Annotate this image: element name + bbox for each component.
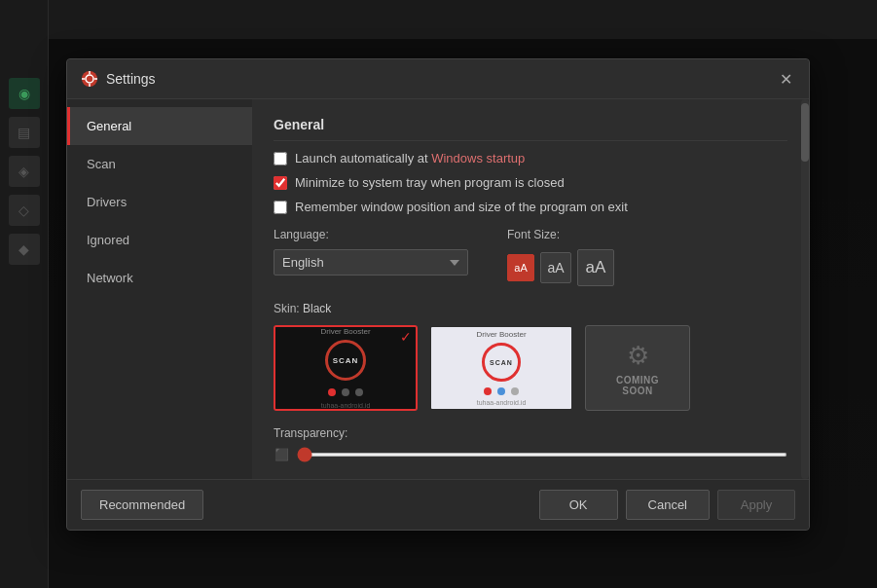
skin-dark-app-title: Driver Booster: [320, 327, 370, 336]
minimize-tray-label: Minimize to system tray when program is …: [295, 175, 565, 190]
checkbox-row-remember: Remember window position and size of the…: [274, 200, 787, 214]
app-sidebar-icon-home: ◉: [9, 78, 40, 109]
font-size-small-button[interactable]: aA: [507, 254, 534, 281]
font-size-label: Font Size:: [507, 228, 614, 241]
light-dot-gray: [511, 387, 519, 395]
modal-title: Settings: [106, 71, 776, 87]
skin-label: Skin: Black: [274, 302, 787, 315]
apply-button[interactable]: Apply: [717, 490, 795, 520]
skin-options: Driver Booster SCAN tuhaa-android.id ✓: [274, 325, 787, 411]
skin-light-scan-circle: SCAN: [482, 343, 521, 382]
dot-red: [328, 388, 336, 396]
transparency-slider-row: ⬛: [274, 448, 787, 461]
launch-auto-label: Launch automatically at Windows startup: [295, 151, 525, 165]
skin-dark-bottom-text: tuhaa-android.id: [321, 402, 371, 409]
skin-selected-checkmark: ✓: [400, 329, 412, 345]
app-sidebar-icon-5: ◆: [9, 234, 40, 265]
remember-position-checkbox[interactable]: [274, 201, 287, 214]
font-size-large-button[interactable]: aA: [577, 249, 614, 286]
settings-modal: Settings ✕ General Scan Drivers Ignored …: [66, 58, 810, 531]
footer-left: Recommended: [81, 490, 531, 520]
close-button[interactable]: ✕: [776, 69, 795, 89]
settings-content: General Launch automatically at Windows …: [252, 99, 809, 479]
language-select[interactable]: English French German Spanish Chinese: [274, 249, 468, 276]
scrollbar-thumb: [801, 103, 809, 162]
coming-soon-icon: ⚙: [627, 341, 649, 371]
app-sidebar-icon-4: ◇: [9, 195, 40, 226]
footer-right: OK Cancel Apply: [539, 490, 795, 520]
sidebar-item-general[interactable]: General: [67, 107, 252, 145]
modal-titlebar: Settings ✕: [67, 59, 809, 99]
skin-dark-dots: [328, 388, 363, 396]
language-label: Language:: [274, 228, 468, 241]
ok-button[interactable]: OK: [539, 490, 618, 520]
content-section-title: General: [274, 117, 787, 141]
language-group: Language: English French German Spanish …: [274, 228, 468, 276]
skin-current-value: Black: [303, 302, 331, 315]
light-dot-blue: [497, 387, 505, 395]
transparency-slider[interactable]: [297, 453, 787, 457]
transparency-label: Transparency:: [274, 426, 787, 440]
settings-icon: [81, 70, 98, 88]
skin-dark-preview: Driver Booster SCAN tuhaa-android.id: [275, 327, 416, 409]
light-dot-red: [484, 387, 492, 395]
skin-light-bottom-text: tuhaa-android.id: [477, 399, 527, 406]
skin-light-preview: Driver Booster SCAN tuhaa-android.id: [431, 327, 571, 409]
dot-gray1: [342, 388, 349, 396]
skin-section: Skin: Black Driver Booster SCAN: [274, 302, 787, 411]
sidebar-item-drivers[interactable]: Drivers: [67, 183, 252, 221]
transparency-min-icon: ⬛: [274, 448, 289, 461]
skin-dark-scan-circle: SCAN: [325, 340, 366, 381]
skin-light-dots: [484, 387, 519, 395]
checkbox-row-minimize: Minimize to system tray when program is …: [274, 175, 787, 190]
launch-auto-checkbox[interactable]: [274, 152, 287, 165]
font-size-buttons: aA aA aA: [507, 249, 614, 286]
app-sidebar-icon-2: ▤: [9, 117, 40, 148]
recommended-button[interactable]: Recommended: [81, 490, 203, 520]
dot-gray2: [355, 388, 363, 396]
skin-dark-option[interactable]: Driver Booster SCAN tuhaa-android.id ✓: [274, 325, 418, 411]
modal-body: General Scan Drivers Ignored Network Gen…: [67, 99, 809, 479]
modal-footer: Recommended OK Cancel Apply: [67, 479, 809, 530]
settings-sidebar: General Scan Drivers Ignored Network: [67, 99, 252, 479]
skin-light-option[interactable]: Driver Booster SCAN tuhaa-android.id: [429, 325, 573, 411]
cancel-button[interactable]: Cancel: [626, 490, 710, 520]
language-select-wrapper: English French German Spanish Chinese: [274, 249, 468, 276]
font-size-medium-button[interactable]: aA: [540, 252, 571, 283]
windows-startup-highlight: Windows startup: [431, 151, 525, 165]
sidebar-item-scan[interactable]: Scan: [67, 145, 252, 183]
app-sidebar: ◉ ▤ ◈ ◇ ◆: [0, 0, 49, 588]
app-sidebar-icon-3: ◈: [9, 156, 40, 187]
checkbox-row-launch: Launch automatically at Windows startup: [274, 151, 787, 165]
svg-point-1: [86, 75, 93, 83]
sidebar-item-ignored[interactable]: Ignored: [67, 221, 252, 259]
skin-light-app-title: Driver Booster: [476, 330, 526, 339]
app-topbar: [0, 0, 877, 39]
minimize-tray-checkbox[interactable]: [274, 176, 287, 190]
content-scrollbar[interactable]: [801, 99, 809, 479]
transparency-section: Transparency: ⬛: [274, 426, 787, 461]
settings-row-lang-font: Language: English French German Spanish …: [274, 228, 787, 286]
coming-soon-option: ⚙ COMINGSOON: [585, 325, 690, 411]
coming-soon-text: COMINGSOON: [616, 375, 659, 396]
sidebar-item-network[interactable]: Network: [67, 259, 252, 297]
remember-position-label: Remember window position and size of the…: [295, 200, 628, 214]
font-size-group: Font Size: aA aA aA: [507, 228, 614, 286]
